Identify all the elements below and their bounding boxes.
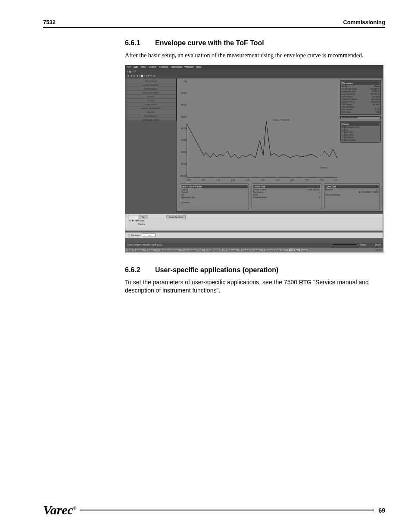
toolbar[interactable]: ≡ ▤ ⌂ ?	[125, 69, 383, 74]
section-number: 6.6.1	[125, 39, 155, 47]
x-tick: 4.50	[320, 178, 324, 181]
status-bar: ©2000 Endress+Hauser GmbH & Co. Ready 98…	[125, 243, 383, 248]
page-header: 7532 Commissioning	[43, 19, 385, 28]
taskbar-item[interactable]: Adobe FrameMaker…	[158, 248, 182, 252]
taskbar-item[interactable]: Inbox…	[146, 248, 157, 252]
sidebar-item[interactable]: extended calibr.	[125, 91, 176, 95]
toolbar-nav[interactable]: ◄ ◄ ► ►| ⬤ • | ≫ ✎ ⟳	[125, 74, 383, 78]
info-row: Serial-Number:0	[253, 196, 320, 199]
menu-item[interactable]: Help	[196, 65, 201, 69]
x-tick: 1.50	[231, 178, 235, 181]
tab[interactable]: Serial-Number	[166, 215, 186, 219]
box-title: Curves	[342, 122, 380, 126]
section-title: User-specific applications (operation)	[155, 266, 278, 274]
sidebar-item[interactable]: system parameters	[125, 106, 176, 110]
peak-annotation: 2.96 m, 70.05 dB	[273, 119, 289, 121]
x-tick: 0.50	[201, 178, 206, 181]
sidebar-item[interactable]: linearization	[125, 114, 176, 118]
x-tick: 5.0	[334, 178, 337, 181]
taskbar-item[interactable]: ComEMail-0	[206, 248, 221, 252]
menu-item[interactable]: Edit	[134, 65, 138, 69]
navigator-combo[interactable]: ▾	[142, 233, 156, 237]
menu-item[interactable]: Device	[149, 65, 156, 69]
sidebar-item[interactable]: diagnostics	[125, 103, 176, 106]
taskbar-item[interactable]: Adobe…	[134, 248, 146, 252]
device-name: FMR-2xx	[135, 219, 144, 222]
menu-item[interactable]: Functions	[171, 65, 182, 69]
x-unit: Dist [m]	[320, 166, 327, 169]
envelope-curve-line	[187, 80, 337, 177]
scrollbar[interactable]	[340, 116, 381, 119]
x-tick: 2.00	[246, 178, 250, 181]
x-tick: 3.50	[290, 178, 294, 181]
info-row: Time remaining:—	[325, 193, 379, 196]
section-title: Envelope curve with the ToF Tool	[155, 39, 264, 47]
page-number: 69	[378, 507, 385, 514]
section-6-6-2-body: To set the parameters of user-specific a…	[125, 278, 385, 295]
tab[interactable]: Tag	[139, 215, 148, 219]
menubar[interactable]: File Edit View Device Options Functions …	[125, 65, 383, 69]
sidebar-item[interactable]: envelope curve	[125, 118, 176, 122]
menu-item[interactable]: Window	[184, 65, 193, 69]
progress-bar	[332, 244, 358, 246]
axis-label: [dB]	[179, 80, 187, 83]
copyright-text: ©2000 Endress+Hauser GmbH & Co.	[127, 243, 162, 247]
sidebar-item[interactable]: linearisation	[125, 87, 176, 91]
taskbar-item-active[interactable]: ToF Tool	[289, 248, 300, 252]
device-list-tabs[interactable]: …… Tag Serial-Number	[128, 215, 186, 219]
y-tick: 90.00	[179, 162, 187, 165]
y-tick: 50.00	[179, 115, 187, 118]
section-6-6-1-heading: 6.6.1 Envelope curve with the ToF Tool	[125, 39, 385, 47]
navigator-window[interactable]: ▢Navigator ▾	[125, 232, 383, 238]
nav-sidebar[interactable]: basic setup safety settings linearisatio…	[125, 78, 177, 121]
y-tick: 80.00	[179, 151, 187, 153]
tab[interactable]: ……	[128, 215, 138, 219]
device-tree-item[interactable]: ⊟ FMR-2xx	[129, 219, 144, 222]
start-button[interactable]: Start	[126, 248, 134, 252]
sidebar-item[interactable]: basic setup	[125, 79, 176, 83]
curve-pointer-box: Data of Curve Pointer Curve0: Curve3: DB…	[180, 184, 249, 209]
y-tick: 70.00	[179, 139, 187, 141]
menu-item[interactable]: Options	[159, 65, 168, 69]
taskbar-item[interactable]: PC-Welcome…	[221, 248, 240, 252]
taskbar-clock: ● 17:31	[372, 248, 382, 252]
sidebar-item[interactable]: service	[125, 110, 176, 114]
plot-area[interactable]: 2.96 m, 70.05 dB Dist [m]	[187, 80, 337, 177]
taskbar-item[interactable]: ——	[301, 248, 308, 252]
x-tick: 0.00	[187, 178, 191, 181]
param-row: FAC state3 dB	[342, 111, 380, 113]
envelope-plot-panel: [dB] 20.00 40.00 50.00 60.00 70.00 80.00…	[177, 78, 383, 212]
status-dot-icon	[132, 220, 134, 221]
sidebar-item[interactable]: safety settings	[125, 83, 176, 87]
bottom-info-row: Data of Curve Pointer Curve0: Curve3: DB…	[180, 184, 380, 209]
curves-box: Curves ☑ Envelope Curve ☑ FAC ☐ MAP Old …	[340, 121, 381, 143]
sidebar-item[interactable]: display	[125, 99, 176, 103]
status-ready: Ready	[360, 243, 366, 246]
taskbar-item[interactable]: Parametrier-COM…	[183, 248, 205, 252]
remarks-label: Remarks:	[181, 201, 248, 204]
x-tick: 3.00	[275, 178, 280, 181]
tof-tool-screenshot: File Edit View Device Options Functions …	[125, 65, 383, 252]
box-title: Parameters	[342, 81, 380, 85]
footer-divider	[80, 510, 374, 510]
section-6-6-2-heading: 6.6.2 User-specific applications (operat…	[125, 266, 385, 274]
taskbar[interactable]: Start Adobe… Inbox… Adobe FrameMaker… Pa…	[125, 248, 383, 252]
x-tick: 2.50	[260, 178, 265, 181]
menu-item[interactable]: File	[127, 65, 131, 69]
box-title: Cycle Data	[325, 185, 379, 188]
device-list-window[interactable]: …… Tag Serial-Number ⊟ FMR-2xx Device	[125, 214, 383, 231]
taskbar-item[interactable]: Microsoft Excel - Inf…	[264, 248, 288, 252]
info-row: Ideal echo dist.:	[181, 196, 248, 199]
sidebar-item[interactable]: output	[125, 95, 176, 99]
taskbar-item[interactable]: Console Zocheme…	[240, 248, 264, 252]
y-tick: 20.00	[179, 92, 187, 94]
plot-y-axis: [dB] 20.00 40.00 50.00 60.00 70.00 80.00…	[179, 80, 187, 177]
y-tick: 60.00	[179, 127, 187, 130]
y-tick: 100.00	[179, 174, 187, 177]
header-model: 7532	[43, 19, 56, 25]
menu-item[interactable]: View	[140, 65, 146, 69]
x-tick: 4.00	[305, 178, 309, 181]
curve-checkbox[interactable]: ☐ Echo Quality	[342, 139, 380, 141]
device-sub-label: Device	[138, 223, 145, 225]
section-number: 6.6.2	[125, 266, 155, 274]
